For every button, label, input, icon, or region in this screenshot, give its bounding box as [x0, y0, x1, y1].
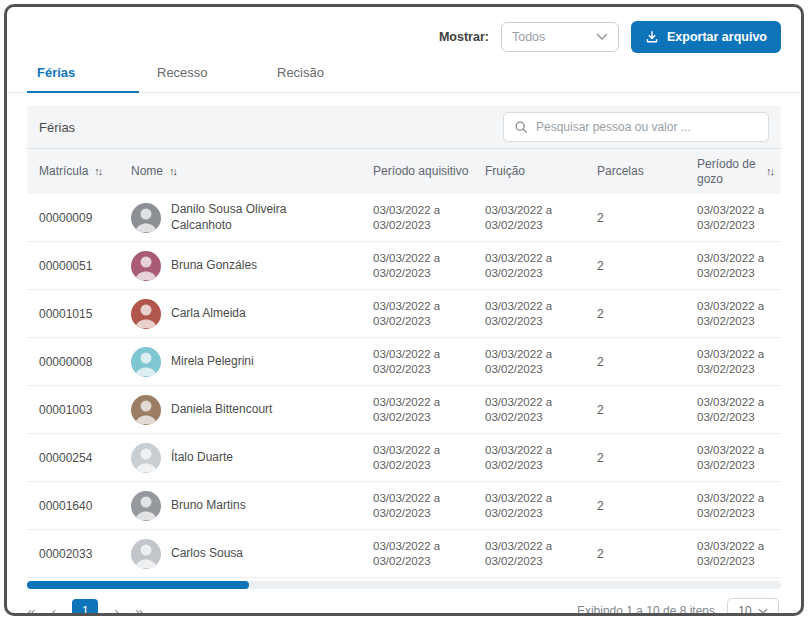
table-row[interactable]: 00001003Daniela Bittencourt03/03/2022 a …	[27, 386, 781, 434]
table-row[interactable]: 00001640Bruno Martins03/03/2022 a 03/02/…	[27, 482, 781, 530]
periodo-aquisitivo-cell: 03/03/2022 a 03/02/2023	[373, 491, 467, 521]
periodo-gozo-cell: 03/03/2022 a 03/02/2023	[697, 395, 781, 425]
table-row[interactable]: 00000009Danilo Sousa Oliveira Calcanhoto…	[27, 194, 781, 242]
employee-name: Carlos Sousa	[171, 546, 243, 562]
search-box[interactable]	[503, 112, 769, 142]
parcelas-cell: 2	[597, 307, 697, 321]
parcelas-cell: 2	[597, 355, 697, 369]
tab-ferias[interactable]: Férias	[27, 57, 139, 93]
nome-cell: Ítalo Duarte	[131, 443, 373, 473]
avatar	[131, 491, 161, 521]
table-row[interactable]: 00000051Bruna Gonzáles03/03/2022 a 03/02…	[27, 242, 781, 290]
column-periodo-aquisitivo: Período aquisitivo	[373, 164, 485, 179]
current-page-button[interactable]: 1	[72, 599, 98, 616]
page-size-value: 10	[738, 604, 751, 616]
column-periodo-gozo: Período de gozo ↑↓	[697, 157, 781, 187]
scrollbar-thumb[interactable]	[27, 581, 249, 589]
person-silhouette-icon	[131, 251, 161, 281]
table-header-band: Férias	[27, 106, 781, 148]
periodo-gozo-cell: 03/03/2022 a 03/02/2023	[697, 491, 781, 521]
sort-icon[interactable]: ↑↓	[766, 165, 773, 179]
table-row[interactable]: 00001015Carla Almeida03/03/2022 a 03/02/…	[27, 290, 781, 338]
ferias-table: Férias Matrícula ↑↓ Nome ↑↓ Período aqui…	[27, 106, 781, 589]
avatar	[131, 443, 161, 473]
last-page-button[interactable]: »	[135, 604, 143, 617]
table-row[interactable]: 00000008Mirela Pelegrini03/03/2022 a 03/…	[27, 338, 781, 386]
filter-dropdown-value: Todos	[512, 30, 545, 44]
parcelas-cell: 2	[597, 451, 697, 465]
nome-cell: Bruna Gonzáles	[131, 251, 373, 281]
fruicao-cell: 03/03/2022 a 03/02/2023	[485, 299, 579, 329]
fruicao-cell: 03/03/2022 a 03/02/2023	[485, 251, 579, 281]
nome-cell: Danilo Sousa Oliveira Calcanhoto	[131, 202, 373, 233]
nome-cell: Mirela Pelegrini	[131, 347, 373, 377]
person-silhouette-icon	[131, 395, 161, 425]
tab-bar: Férias Recesso Recisão	[7, 57, 801, 93]
parcelas-cell: 2	[597, 211, 697, 225]
toolbar: Mostrar: Todos Exportar arquivo	[7, 7, 801, 53]
column-parcelas: Parcelas	[597, 164, 697, 179]
sort-icon[interactable]: ↑↓	[169, 165, 176, 179]
filter-dropdown[interactable]: Todos	[501, 22, 619, 52]
periodo-gozo-cell: 03/03/2022 a 03/02/2023	[697, 299, 781, 329]
periodo-aquisitivo-cell: 03/03/2022 a 03/02/2023	[373, 443, 467, 473]
page-size-dropdown[interactable]: 10	[727, 598, 779, 616]
nome-cell: Bruno Martins	[131, 491, 373, 521]
parcelas-cell: 2	[597, 259, 697, 273]
fruicao-cell: 03/03/2022 a 03/02/2023	[485, 395, 579, 425]
fruicao-cell: 03/03/2022 a 03/02/2023	[485, 203, 579, 233]
show-label: Mostrar:	[439, 30, 489, 44]
periodo-aquisitivo-cell: 03/03/2022 a 03/02/2023	[373, 299, 467, 329]
avatar	[131, 539, 161, 569]
chevron-down-icon	[758, 608, 768, 615]
table-row[interactable]: 00002033Carlos Sousa03/03/2022 a 03/02/2…	[27, 530, 781, 578]
person-silhouette-icon	[131, 443, 161, 473]
periodo-gozo-cell: 03/03/2022 a 03/02/2023	[697, 251, 781, 281]
search-icon	[514, 120, 528, 134]
search-input[interactable]	[536, 120, 758, 134]
employee-name: Ítalo Duarte	[171, 450, 233, 466]
person-silhouette-icon	[131, 203, 161, 233]
sort-icon[interactable]: ↑↓	[94, 165, 101, 179]
parcelas-cell: 2	[597, 403, 697, 417]
fruicao-cell: 03/03/2022 a 03/02/2023	[485, 491, 579, 521]
tab-recisao[interactable]: Recisão	[267, 57, 379, 93]
employee-name: Bruno Martins	[171, 498, 246, 514]
fruicao-cell: 03/03/2022 a 03/02/2023	[485, 539, 579, 569]
next-page-button[interactable]: ›	[114, 604, 119, 617]
fruicao-cell: 03/03/2022 a 03/02/2023	[485, 443, 579, 473]
periodo-gozo-cell: 03/03/2022 a 03/02/2023	[697, 203, 781, 233]
pagination: « ‹ 1 › »	[27, 599, 144, 616]
fruicao-cell: 03/03/2022 a 03/02/2023	[485, 347, 579, 377]
matricula-cell: 00001640	[39, 499, 131, 513]
avatar	[131, 395, 161, 425]
person-silhouette-icon	[131, 491, 161, 521]
prev-page-button[interactable]: ‹	[51, 604, 56, 617]
person-silhouette-icon	[131, 299, 161, 329]
matricula-cell: 00001003	[39, 403, 131, 417]
matricula-cell: 00000254	[39, 451, 131, 465]
chevron-down-icon	[596, 33, 608, 41]
table-row[interactable]: 00000254Ítalo Duarte03/03/2022 a 03/02/2…	[27, 434, 781, 482]
employee-name: Daniela Bittencourt	[171, 402, 272, 418]
periodo-aquisitivo-cell: 03/03/2022 a 03/02/2023	[373, 203, 467, 233]
nome-cell: Carlos Sousa	[131, 539, 373, 569]
periodo-gozo-cell: 03/03/2022 a 03/02/2023	[697, 443, 781, 473]
employee-name: Mirela Pelegrini	[171, 354, 254, 370]
parcelas-cell: 2	[597, 547, 697, 561]
export-button[interactable]: Exportar arquivo	[631, 21, 781, 53]
tab-recesso[interactable]: Recesso	[147, 57, 259, 93]
person-silhouette-icon	[131, 347, 161, 377]
table-body: 00000009Danilo Sousa Oliveira Calcanhoto…	[27, 194, 781, 578]
table-footer: « ‹ 1 › » Exibindo 1 a 10 de 8 itens 10	[7, 589, 801, 616]
first-page-button[interactable]: «	[27, 604, 35, 617]
periodo-aquisitivo-cell: 03/03/2022 a 03/02/2023	[373, 539, 467, 569]
avatar	[131, 299, 161, 329]
column-header-row: Matrícula ↑↓ Nome ↑↓ Período aquisitivo …	[27, 148, 781, 194]
avatar	[131, 347, 161, 377]
matricula-cell: 00001015	[39, 307, 131, 321]
nome-cell: Carla Almeida	[131, 299, 373, 329]
footer-right: Exibindo 1 a 10 de 8 itens 10	[577, 598, 779, 616]
column-nome: Nome ↑↓	[131, 164, 373, 179]
periodo-gozo-cell: 03/03/2022 a 03/02/2023	[697, 347, 781, 377]
